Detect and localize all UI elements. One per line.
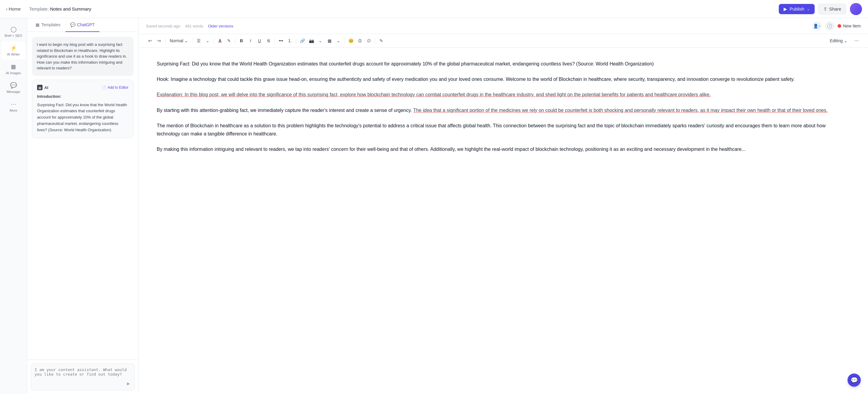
editing-dropdown[interactable]: Editing ⌄ bbox=[827, 37, 850, 44]
toolbar-sep-5 bbox=[275, 38, 275, 44]
toolbar-sep-3 bbox=[214, 38, 214, 44]
toolbar-sep-7 bbox=[344, 38, 345, 44]
ordered-list-button[interactable]: 1. bbox=[286, 36, 294, 45]
editor-content[interactable]: Surprising Fact: Did you know that the W… bbox=[138, 48, 868, 394]
new-item-label: New Item bbox=[843, 24, 861, 28]
redo-button[interactable]: ↪ bbox=[155, 36, 163, 45]
ai-message: 🤖 AI 📄 Add to Editor Introduction: Surpr… bbox=[32, 80, 133, 138]
sidebar-item-brief-seo[interactable]: ◯ Brief + SEO bbox=[1, 23, 26, 40]
clear-format-button[interactable]: ∅ bbox=[365, 36, 373, 45]
sidebar-label-more: More bbox=[10, 109, 17, 112]
ai-writer-icon: ⚡ bbox=[10, 45, 17, 51]
toolbar-sep-8 bbox=[375, 38, 375, 44]
toolbar-sep-6 bbox=[296, 38, 296, 44]
message-icon: 💬 bbox=[10, 82, 17, 89]
link-button[interactable]: 🔗 bbox=[298, 36, 307, 45]
format-dropdown[interactable]: Normal ⌄ bbox=[167, 37, 190, 44]
undo-button[interactable]: ↩ bbox=[146, 36, 154, 45]
text-color-button[interactable]: A bbox=[216, 36, 224, 45]
chat-bubble-icon: 💬 bbox=[850, 376, 858, 384]
bullet-list-button[interactable]: ••• bbox=[277, 36, 285, 45]
sidebar-item-message[interactable]: 💬 Message bbox=[1, 79, 26, 96]
chat-input[interactable] bbox=[35, 367, 131, 381]
brief-seo-icon: ◯ bbox=[10, 26, 17, 33]
publish-label: Publish bbox=[789, 6, 804, 11]
topbar-right: 👤+ 🕐 New Item bbox=[812, 21, 861, 31]
history-icon[interactable]: 🕐 bbox=[825, 21, 835, 31]
ai-message-body: Surprising Fact: Did you know that the W… bbox=[37, 102, 128, 133]
ai-label: 🤖 AI bbox=[37, 85, 48, 91]
publish-button[interactable]: ▶ Publish ⌄ bbox=[779, 4, 815, 14]
ai-message-title: Introduction: bbox=[37, 93, 128, 100]
chat-input-box: ► bbox=[31, 364, 135, 390]
templates-tab-label: Templates bbox=[41, 22, 61, 27]
editor-paragraph-2: Hook: Imagine a technology that could ta… bbox=[157, 75, 850, 83]
chat-panel: ▦ Templates 💬 ChatGPT I want to begin my… bbox=[27, 18, 138, 394]
panel-tabs: ▦ Templates 💬 ChatGPT bbox=[27, 18, 138, 32]
sidebar-item-ai-images[interactable]: ▦ AI Images bbox=[1, 60, 26, 78]
share-icon: ⇧ bbox=[824, 6, 827, 12]
image-chevron-button[interactable]: ⌄ bbox=[316, 36, 324, 45]
strikethrough-button[interactable]: S bbox=[264, 36, 273, 45]
older-versions-link[interactable]: Older versions bbox=[208, 24, 233, 28]
highlight-button[interactable]: ✎ bbox=[225, 36, 233, 45]
add-to-editor-icon: 📄 bbox=[102, 85, 106, 90]
more-icon: ⋯ bbox=[11, 101, 16, 107]
new-item-dot bbox=[838, 24, 841, 28]
avatar[interactable] bbox=[850, 3, 862, 15]
editor-paragraph-4: By starting with this attention-grabbing… bbox=[157, 106, 850, 114]
chat-messages: I want to begin my blog post with a surp… bbox=[27, 32, 138, 360]
sidebar-label-message: Message bbox=[7, 90, 20, 93]
editor-topbar: Saved seconds ago 481 words Older versio… bbox=[138, 18, 868, 34]
toolbar-sep-4 bbox=[235, 38, 236, 44]
align-chevron-button[interactable]: ⌄ bbox=[204, 36, 212, 45]
sidebar-item-ai-writer[interactable]: ⚡ AI Writer bbox=[1, 41, 26, 59]
share-label: Share bbox=[829, 6, 841, 11]
underline-button[interactable]: U bbox=[255, 36, 264, 45]
tab-templates[interactable]: ▦ Templates bbox=[31, 18, 65, 32]
more-options-button[interactable]: ⋯ bbox=[852, 36, 861, 45]
editor-area: Saved seconds ago 481 words Older versio… bbox=[138, 18, 868, 394]
editor-toolbar: ↩ ↪ Normal ⌄ ☰ ⌄ A ✎ B I U S ••• 1. 🔗 📷 … bbox=[138, 34, 868, 48]
template-label: Template: Notes and Summary bbox=[29, 6, 91, 11]
editor-paragraph-5: The mention of Blockchain in healthcare … bbox=[157, 121, 850, 138]
paragraph-1-text: Surprising Fact: Did you know that the W… bbox=[157, 61, 654, 66]
header-right: ▶ Publish ⌄ ⇧ Share bbox=[779, 3, 862, 15]
header-left: ‹ Home Template: Notes and Summary bbox=[6, 6, 91, 11]
chat-bubble[interactable]: 💬 bbox=[847, 373, 861, 387]
align-button[interactable]: ☰ bbox=[194, 36, 203, 45]
editing-label: Editing bbox=[830, 38, 843, 43]
sidebar-label-ai-images: AI Images bbox=[6, 71, 21, 75]
user-message-text: I want to begin my blog post with a surp… bbox=[37, 42, 127, 70]
new-item-button[interactable]: New Item bbox=[838, 24, 861, 28]
editor-paragraph-1: Surprising Fact: Did you know that the W… bbox=[157, 60, 850, 68]
paragraph-6-text: By making this information intriguing an… bbox=[157, 147, 746, 152]
table-button[interactable]: ▦ bbox=[325, 36, 334, 45]
add-to-editor-button[interactable]: 📄 Add to Editor bbox=[102, 85, 128, 90]
paragraph-3-text: Explanation: In this blog post, we will … bbox=[157, 92, 711, 97]
ai-images-icon: ▦ bbox=[11, 63, 16, 70]
paragraph-4-text: By starting with this attention-grabbing… bbox=[157, 108, 413, 113]
italic-button[interactable]: I bbox=[246, 36, 255, 45]
toolbar-sep-1 bbox=[165, 38, 165, 44]
chatgpt-tab-icon: 💬 bbox=[70, 22, 75, 27]
back-link[interactable]: ‹ Home bbox=[6, 6, 21, 11]
ai-message-header: 🤖 AI 📄 Add to Editor bbox=[37, 85, 128, 91]
toolbar-sep-2 bbox=[192, 38, 193, 44]
send-button[interactable]: ► bbox=[126, 381, 131, 387]
emoji-button[interactable]: 😊 bbox=[347, 36, 355, 45]
share-button[interactable]: ⇧ Share bbox=[818, 4, 846, 15]
special-chars-button[interactable]: Ω bbox=[355, 36, 364, 45]
image-button[interactable]: 📷 bbox=[307, 36, 315, 45]
tab-chatgpt[interactable]: 💬 ChatGPT bbox=[65, 18, 99, 32]
paragraph-4-link: The idea that a significant portion of t… bbox=[413, 108, 828, 113]
back-arrow-icon: ‹ bbox=[6, 7, 7, 11]
sidebar: ◯ Brief + SEO ⚡ AI Writer ▦ AI Images 💬 … bbox=[0, 18, 27, 394]
sidebar-item-more[interactable]: ⋯ More bbox=[1, 98, 26, 115]
table-chevron-button[interactable]: ⌄ bbox=[334, 36, 343, 45]
bold-button[interactable]: B bbox=[237, 36, 246, 45]
editing-chevron-icon: ⌄ bbox=[844, 38, 847, 43]
header: ‹ Home Template: Notes and Summary ▶ Pub… bbox=[0, 0, 868, 18]
add-collaborator-icon[interactable]: 👤+ bbox=[812, 21, 822, 31]
edit-icon-button[interactable]: ✎ bbox=[377, 36, 385, 45]
